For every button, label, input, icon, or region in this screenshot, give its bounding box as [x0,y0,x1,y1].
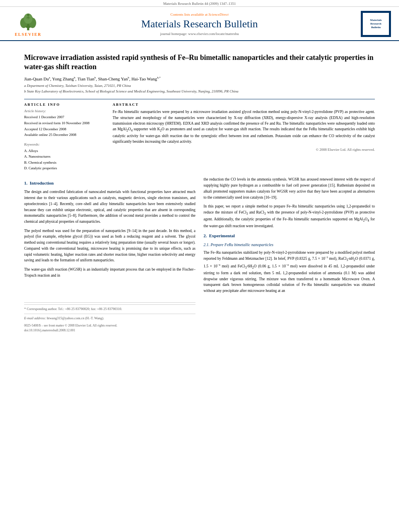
elsevier-logo-area: ELSEVIER [8,11,48,37]
intro-para-3: The water-gas shift reaction (WGSR) is a… [24,267,195,278]
body-section: 1. Introduction The design and controlle… [0,171,399,333]
journal-title: Materials Research Bulletin [48,18,351,30]
body-col-left: 1. Introduction The design and controlle… [24,177,195,333]
section1-title: Introduction [30,181,54,185]
elsevier-tree-icon [16,11,40,31]
authors-line: Jian-Quan Dua, Yong Zhangb, Tian Tianb, … [24,76,375,81]
accepted-date: Accepted 12 December 2008 [24,127,105,132]
journal-homepage: journal homepage: www.elsevier.com/locat… [48,32,351,36]
footnote-divider [24,302,195,303]
abstract-col: ABSTRACT Fe–Ru bimetallic nanoparticles … [113,103,375,171]
elsevier-label: ELSEVIER [15,32,42,37]
history-label: Article history: [24,109,105,113]
section1-num: 1. [24,181,27,185]
abstract-text: Fe–Ru bimetallic nanoparticles were prep… [113,109,375,144]
keywords-label: Keywords: [24,142,105,146]
journal-header-center: Contents lists available at ScienceDirec… [48,12,351,36]
sciencedirect-name: ScienceDirect [208,12,228,16]
article-info-abstract: ARTICLE INFO Article history: Received 1… [24,99,375,171]
article-info-col: ARTICLE INFO Article history: Received 1… [24,103,105,171]
available-date: Available online 25 December 2008 [24,132,105,138]
section2-num: 2. [204,233,207,238]
affiliation-a: a Department of Chemistry, Taishan Unive… [24,83,375,89]
section2-heading: 2. Experimental [204,232,375,239]
article-title: Microwave irradiation assisted rapid syn… [24,53,375,72]
section1-heading: 1. Introduction [24,180,195,187]
logo-line3: Bulletin [371,26,381,29]
journal-logo-right: Materials Research Bulletin [351,11,391,37]
keyword-4: D. Catalytic properties [24,165,105,171]
right-intro-para-2: In this paper, we report a simple method… [204,203,375,229]
article-section: Microwave irradiation assisted rapid syn… [0,41,399,171]
journal-citation: Materials Research Bulletin 44 (2009) 13… [163,2,236,6]
keywords-section: Keywords: A. Alloys A. Nanostructures B.… [24,142,105,171]
intro-para-2: The polyol method was used for the prepa… [24,228,195,263]
body-two-col: 1. Introduction The design and controlle… [24,177,375,333]
keyword-2: A. Nanostructures [24,154,105,159]
top-bar: Materials Research Bulletin 44 (2009) 13… [0,0,399,7]
received-date: Received 1 December 2007 [24,115,105,120]
issn-line: 0025-5408/$ – see front matter © 2008 El… [24,323,195,328]
journal-logo-box: Materials Research Bulletin [361,11,391,37]
keyword-3: B. Chemical synthesis [24,160,105,165]
doi-line: doi:10.1016/j.materresbull.2008.12.001 [24,328,195,333]
logo-line2: Research [370,22,381,26]
intro-para-1: The design and controlled fabrication of… [24,189,195,224]
affiliations: a Department of Chemistry, Taishan Unive… [24,83,375,94]
revised-date: Received in revised form 10 November 200… [24,121,105,126]
section2-sub1-heading: 2.1. Prepare FeRu bimetallic nanoparticl… [204,242,375,248]
email-note: E-mail address: htwang315@yahoo.com.cn (… [24,314,195,321]
contents-label: Contents lists available at [171,12,208,16]
footer-bottom: 0025-5408/$ – see front matter © 2008 El… [24,323,195,333]
right-intro-para-1: the reduction the CO levels in the ammon… [204,177,375,200]
section2-sub1: 2.1. Prepare FeRu bimetallic nanoparticl… [204,242,274,247]
copyright-line: © 2008 Elsevier Ltd. All rights reserved… [113,148,375,152]
section2-sub1-text: The Fe–Ru nanoparticles stabilized by po… [204,250,375,294]
elsevier-logo: ELSEVIER [8,11,48,37]
corresponding-author-note: * Corresponding author. Tel.: +86 25 837… [24,304,195,312]
journal-logo-text: Materials Research Bulletin [363,13,389,35]
journal-header: ELSEVIER Contents lists available at Sci… [0,7,399,41]
article-title-area: Microwave irradiation assisted rapid syn… [24,53,375,72]
keyword-1: A. Alloys [24,148,105,154]
svg-point-5 [27,14,29,16]
affiliation-b: b State Key Laboratory of Bioelectronics… [24,89,375,94]
article-info-label: ARTICLE INFO [24,103,105,107]
logo-line1: Materials [370,18,382,22]
sciencedirect-link: Contents lists available at ScienceDirec… [48,12,351,16]
body-col-right: the reduction the CO levels in the ammon… [204,177,375,333]
abstract-label: ABSTRACT [113,103,375,107]
section2-title: Experimental [209,233,235,238]
